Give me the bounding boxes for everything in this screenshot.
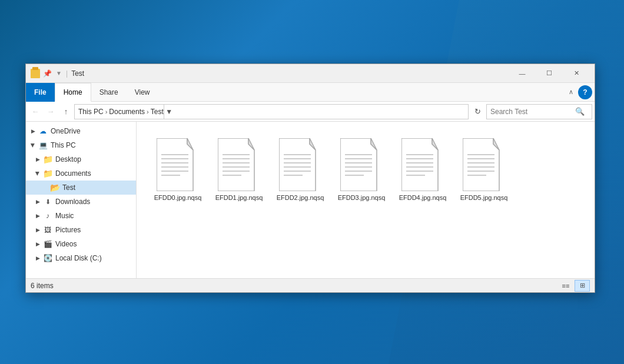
arrow-icon: ▼ <box>54 69 64 78</box>
file-item-1[interactable]: EFDD1.jpg.nqsq <box>210 133 268 206</box>
window-icon <box>31 69 40 78</box>
svg-marker-32 <box>401 138 438 191</box>
svg-marker-8 <box>218 138 254 191</box>
expand-arrow-documents[interactable]: ▶ <box>33 169 42 178</box>
sidebar-item-test[interactable]: 📂 Test <box>26 181 136 195</box>
tab-share[interactable]: Share <box>91 83 127 102</box>
file-icon-0 <box>157 138 199 191</box>
expand-arrow-desktop[interactable]: ▶ <box>33 155 42 164</box>
path-chevron-1: › <box>105 108 108 115</box>
tab-home[interactable]: Home <box>55 83 91 102</box>
folder-icon-test: 📂 <box>49 182 60 193</box>
file-item-5[interactable]: EFDD5.jpg.nqsq <box>454 133 513 206</box>
video-icon: 🎬 <box>42 239 53 249</box>
separator: | <box>66 69 68 78</box>
file-item-4[interactable]: EFDD4.jpg.nqsq <box>393 133 452 206</box>
view-buttons: ≡≡ ⊞ <box>558 280 590 292</box>
sidebar-label-test: Test <box>62 183 75 192</box>
item-count: 6 items <box>31 282 54 290</box>
search-input[interactable] <box>490 108 573 116</box>
sidebar-item-documents[interactable]: ▶ 📁 Documents <box>26 166 136 181</box>
sidebar-label-videos: Videos <box>55 240 77 248</box>
sidebar-label-local-disk: Local Disk (C:) <box>55 254 102 262</box>
minimize-button[interactable]: — <box>509 64 536 83</box>
folder-icon-desktop: 📁 <box>42 154 53 165</box>
maximize-button[interactable]: ☐ <box>536 64 563 83</box>
expand-arrow-this-pc[interactable]: ▶ <box>28 141 38 150</box>
downloads-icon: ⬇ <box>42 196 53 207</box>
file-name-4: EFDD4.jpg.nqsq <box>399 193 447 202</box>
search-icon[interactable]: 🔍 <box>573 104 587 119</box>
sidebar-label-downloads: Downloads <box>55 198 90 206</box>
file-area[interactable]: EFDD0.jpg.nqsq EFDD1.jpg.nqsq EFDD2.jpg.… <box>137 122 595 278</box>
search-box[interactable]: 🔍 <box>486 104 592 119</box>
expand-arrow-downloads[interactable]: ▶ <box>33 197 42 206</box>
file-name-2: EFDD2.jpg.nqsq <box>277 193 324 202</box>
file-item-0[interactable]: EFDD0.jpg.nqsq <box>148 133 207 206</box>
sidebar-label-onedrive: OneDrive <box>51 127 81 135</box>
path-chevron-2: › <box>147 108 149 115</box>
sidebar-scroll[interactable]: ▶ ☁ OneDrive ▶ 💻 This PC ▶ 📁 Desktop <box>26 122 136 278</box>
sidebar-item-pictures[interactable]: ▶ 🖼 Pictures <box>26 223 136 237</box>
sidebar-item-this-pc[interactable]: ▶ 💻 This PC <box>26 138 136 152</box>
svg-marker-0 <box>157 138 193 191</box>
expand-arrow-onedrive[interactable]: ▶ <box>28 126 38 136</box>
large-icons-view-button[interactable]: ⊞ <box>575 280 590 292</box>
sidebar-item-music[interactable]: ▶ ♪ Music <box>26 209 136 223</box>
sidebar-item-onedrive[interactable]: ▶ ☁ OneDrive <box>26 124 136 138</box>
window-title: Test <box>71 69 509 78</box>
file-name-3: EFDD3.jpg.nqsq <box>338 193 386 202</box>
close-button[interactable]: ✕ <box>563 64 590 83</box>
expand-arrow-local-disk[interactable]: ▶ <box>33 253 42 263</box>
file-item-3[interactable]: EFDD3.jpg.nqsq <box>332 133 391 206</box>
file-item-2[interactable]: EFDD2.jpg.nqsq <box>271 133 330 206</box>
file-icon-3 <box>340 138 383 191</box>
details-view-button[interactable]: ≡≡ <box>558 280 573 292</box>
path-this-pc[interactable]: This PC <box>78 108 104 116</box>
path-documents[interactable]: Documents <box>109 108 145 116</box>
tab-file[interactable]: File <box>26 83 55 102</box>
tab-view[interactable]: View <box>127 83 158 102</box>
file-name-0: EFDD0.jpg.nqsq <box>154 193 202 202</box>
pc-icon: 💻 <box>38 140 48 151</box>
expand-arrow-music[interactable]: ▶ <box>33 211 42 221</box>
expand-arrow-test <box>40 183 49 192</box>
files-grid: EFDD0.jpg.nqsq EFDD1.jpg.nqsq EFDD2.jpg.… <box>142 128 589 212</box>
expand-arrow-videos[interactable]: ▶ <box>33 239 42 249</box>
file-icon-4 <box>401 138 444 191</box>
svg-marker-24 <box>340 138 377 191</box>
expand-arrow-pictures[interactable]: ▶ <box>33 225 42 235</box>
address-path[interactable]: This PC › Documents › Test ▼ <box>74 104 469 119</box>
ribbon: File Home Share View ∧ ? <box>26 83 595 102</box>
refresh-button[interactable]: ↻ <box>470 104 485 119</box>
svg-marker-40 <box>463 138 499 191</box>
address-bar: ← → ↑ This PC › Documents › Test ▼ ↻ 🔍 <box>26 102 595 122</box>
sidebar-item-local-disk[interactable]: ▶ 💽 Local Disk (C:) <box>26 251 136 265</box>
file-icon-5 <box>463 138 505 191</box>
back-button[interactable]: ← <box>28 104 42 119</box>
music-icon: ♪ <box>42 211 53 221</box>
file-name-5: EFDD5.jpg.nqsq <box>460 193 508 202</box>
sidebar-label-music: Music <box>55 212 74 220</box>
sidebar-label-documents: Documents <box>55 169 91 178</box>
sidebar-item-videos[interactable]: ▶ 🎬 Videos <box>26 237 136 251</box>
sidebar: ▶ ☁ OneDrive ▶ 💻 This PC ▶ 📁 Desktop <box>26 122 137 278</box>
folder-icon-documents: 📁 <box>42 168 53 179</box>
sidebar-item-downloads[interactable]: ▶ ⬇ Downloads <box>26 195 136 209</box>
status-bar: 6 items ≡≡ ⊞ <box>26 278 595 292</box>
up-button[interactable]: ↑ <box>59 104 73 119</box>
pin-icon: 📌 <box>42 69 52 78</box>
address-dropdown-button[interactable]: ▼ <box>164 104 174 119</box>
file-icon-2 <box>279 138 321 191</box>
title-bar: 📌 ▼ | Test — ☐ ✕ <box>26 64 595 83</box>
ribbon-chevron-icon[interactable]: ∧ <box>564 88 578 96</box>
file-name-1: EFDD1.jpg.nqsq <box>215 193 263 202</box>
path-test[interactable]: Test <box>151 108 164 116</box>
sidebar-item-desktop[interactable]: ▶ 📁 Desktop <box>26 152 136 166</box>
cloud-icon: ☁ <box>38 126 48 136</box>
forward-button[interactable]: → <box>44 104 58 119</box>
help-button[interactable]: ? <box>578 85 592 99</box>
pictures-icon: 🖼 <box>42 225 53 235</box>
sidebar-label-desktop: Desktop <box>55 155 81 163</box>
file-icon-1 <box>218 138 260 191</box>
